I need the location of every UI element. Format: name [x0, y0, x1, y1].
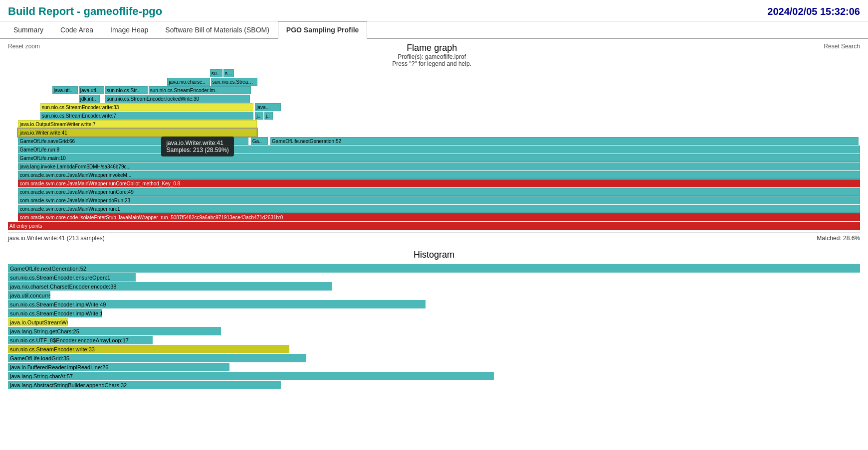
fg-block[interactable]: com.oracle.svm.core.JavaMainWrapper.doRu… — [18, 196, 860, 204]
hist-row-6[interactable]: java.io.OutputStreamWriter.write:7 — [8, 318, 860, 326]
hist-bar-8[interactable]: sun.nio.cs.UTF_8$Encoder.encodeArrayLoop… — [8, 336, 153, 344]
hist-row-12[interactable]: java.lang.String.charAt:57 — [8, 372, 860, 380]
hist-bar-2[interactable]: java.nio.charset.CharsetEncoder.encode:3… — [8, 282, 332, 291]
fg-block[interactable]: java.uti.. — [79, 86, 104, 94]
hist-bar-11[interactable]: java.io.BufferedReader.implReadLine:26 — [8, 363, 229, 371]
fg-block[interactable]: java.lang.invoke.LambdaForm$DMH/sa346b79… — [18, 162, 860, 170]
fg-row-18: com.oracle.svm.core.code.IsolateEnterStu… — [8, 213, 860, 221]
fg-block[interactable]: java.io.OutputStreamWriter.write:7 — [18, 120, 256, 128]
fg-row-14: com.oracle.svm.core.JavaMainWrapper.runC… — [8, 179, 860, 187]
flame-status-left: java.io.Writer.write:41 (213 samples) — [8, 235, 105, 242]
fg-row-6: sun.nio.cs.StreamEncoder.write:7 j.. j.. — [8, 112, 860, 120]
fg-block[interactable]: sun.nio.cs.StreamEncoder.lockedWrite:30 — [105, 95, 250, 103]
fg-block[interactable]: java... — [255, 103, 280, 111]
fg-row-4: jdk.int.. sun.nio.cs.StreamEncoder.locke… — [8, 95, 860, 103]
hist-row-8[interactable]: sun.nio.cs.UTF_8$Encoder.encodeArrayLoop… — [8, 336, 860, 344]
fg-block[interactable]: Ga.. — [251, 137, 268, 145]
hist-row-1[interactable]: sun.nio.cs.StreamEncoder.ensureOpen:1 — [8, 273, 860, 282]
header-datetime: 2024/02/05 15:32:06 — [767, 6, 860, 17]
reset-search-button[interactable]: Reset Search — [824, 43, 860, 50]
fg-row-9: GameOfLife.saveGrid:66 Ga.. GameOfLife.n… — [8, 137, 860, 145]
fg-block[interactable]: su.. — [223, 69, 233, 77]
fg-block[interactable]: java.uti.. — [52, 86, 78, 94]
fg-row-12: java.lang.invoke.LambdaForm$DMH/sa346b79… — [8, 162, 860, 170]
hist-bar-0[interactable]: GameOfLife.nextGeneration:52 — [8, 264, 860, 273]
fg-row-7: java.io.OutputStreamWriter.write:7 — [8, 120, 860, 128]
histogram-rows: GameOfLife.nextGeneration:52sun.nio.cs.S… — [8, 264, 860, 389]
fg-block[interactable]: GameOfLife.nextGeneration:52 — [270, 137, 859, 145]
fg-row-19: All entry points — [8, 222, 860, 230]
fg-block[interactable]: sun.nio.cs.StreamEncoder.im.. — [149, 86, 251, 94]
fg-row-1: su.. su.. — [8, 69, 860, 77]
page-title: Build Report - gameoflife-pgo — [8, 5, 162, 18]
fg-block[interactable]: GameOfLife.run:8 — [18, 146, 860, 153]
flame-status-right: Matched: 28.6% — [817, 235, 860, 242]
fg-row-8: java.io.Writer.write:41 java.io.Writer.w… — [8, 129, 860, 137]
hist-bar-10[interactable]: GameOfLife.loadGrid:35 — [8, 354, 306, 362]
hist-bar-13[interactable]: java.lang.AbstractStringBuilder.appendCh… — [8, 381, 281, 389]
fg-block[interactable]: j.. — [264, 112, 273, 120]
flame-help: Press "?" for legend and help. — [40, 60, 824, 67]
hist-bar-12[interactable]: java.lang.String.charAt:57 — [8, 372, 494, 380]
fg-row-13: com.oracle.svm.core.JavaMainWrapper.invo… — [8, 171, 860, 179]
hist-row-11[interactable]: java.io.BufferedReader.implReadLine:26 — [8, 363, 860, 371]
fg-row-3: java.uti.. java.uti.. sun.nio.cs.Str.. s… — [8, 86, 860, 94]
hist-row-5[interactable]: sun.nio.cs.StreamEncoder.implWrite:11 — [8, 309, 860, 317]
fg-block-writer[interactable]: java.io.Writer.write:41 — [18, 129, 256, 137]
flame-title: Flame graph — [40, 43, 824, 53]
hist-row-10[interactable]: GameOfLife.loadGrid:35 — [8, 354, 860, 362]
tab-code-area[interactable]: Code Area — [52, 21, 102, 39]
hist-bar-7[interactable]: java.lang.String.getChars:25 — [8, 327, 221, 335]
page-header: Build Report - gameoflife-pgo 2024/02/05… — [0, 0, 868, 21]
fg-block[interactable]: com.oracle.svm.core.JavaMainWrapper.runC… — [18, 188, 860, 196]
fg-block[interactable]: sun.nio.cs.StreamEnc.. — [211, 78, 258, 86]
fg-block[interactable]: java.nio.charse.. — [167, 78, 210, 86]
fg-block[interactable]: j.. — [255, 112, 263, 120]
fg-block[interactable]: com.oracle.svm.core.JavaMainWrapper.runC… — [18, 179, 860, 187]
fg-row-2: java.nio.charse.. sun.nio.cs.StreamEnc.. — [8, 78, 860, 86]
tab-image-heap[interactable]: Image Heap — [102, 21, 157, 39]
tab-summary[interactable]: Summary — [5, 21, 52, 39]
fg-block[interactable]: sun.nio.cs.StreamEncoder.write:33 — [40, 103, 253, 111]
fg-block[interactable]: GameOfLife.saveGrid:66 — [18, 137, 248, 145]
hist-row-9[interactable]: sun.nio.cs.StreamEncoder.write:33 — [8, 345, 860, 353]
flame-graph[interactable]: su.. su.. java.nio.charse.. sun.nio.cs.S… — [8, 69, 860, 230]
fg-block[interactable]: com.oracle.svm.core.JavaMainWrapper.invo… — [18, 171, 860, 179]
fg-block[interactable]: sun.nio.cs.StreamEncoder.write:7 — [40, 112, 253, 120]
histogram-section: Histogram GameOfLife.nextGeneration:52su… — [8, 250, 860, 389]
fg-row-16: com.oracle.svm.core.JavaMainWrapper.doRu… — [8, 196, 860, 204]
fg-block[interactable]: GameOfLife.main:10 — [18, 154, 860, 162]
hist-row-2[interactable]: java.nio.charset.CharsetEncoder.encode:3… — [8, 282, 860, 291]
hist-row-13[interactable]: java.lang.AbstractStringBuilder.appendCh… — [8, 381, 860, 389]
fg-block[interactable]: sun.nio.cs.Str.. — [105, 86, 148, 94]
hist-bar-5[interactable]: sun.nio.cs.StreamEncoder.implWrite:11 — [8, 309, 102, 317]
hist-bar-6[interactable]: java.io.OutputStreamWriter.write:7 — [8, 318, 68, 326]
fg-block[interactable]: com.oracle.svm.core.code.IsolateEnterStu… — [18, 213, 860, 221]
flame-section: Reset zoom Flame graph Profile(s): gameo… — [8, 43, 860, 244]
hist-row-7[interactable]: java.lang.String.getChars:25 — [8, 327, 860, 335]
hist-row-4[interactable]: sun.nio.cs.StreamEncoder.implWrite:49 — [8, 300, 860, 308]
tab-sbom[interactable]: Software Bill of Materials (SBOM) — [157, 21, 278, 39]
fg-block[interactable]: su.. — [210, 69, 223, 77]
histogram-title: Histogram — [8, 250, 860, 260]
hist-bar-9[interactable]: sun.nio.cs.StreamEncoder.write:33 — [8, 345, 289, 353]
fg-row-5: sun.nio.cs.StreamEncoder.write:33 java..… — [8, 103, 860, 111]
title-prefix: Build Report - — [8, 5, 84, 17]
flame-controls: Reset zoom Flame graph Profile(s): gameo… — [8, 43, 860, 67]
hist-bar-4[interactable]: sun.nio.cs.StreamEncoder.implWrite:49 — [8, 300, 426, 308]
hist-bar-3[interactable]: java.util.concurrent.locks.AbstractQueue… — [8, 291, 50, 300]
fg-block[interactable]: com.oracle.svm.core.JavaMainWrapper.run:… — [18, 205, 860, 213]
tab-pgo-sampling[interactable]: PGO Sampling Profile — [278, 21, 367, 39]
flame-status-bar: java.io.Writer.write:41 (213 samples) Ma… — [8, 232, 860, 244]
fg-row-11: GameOfLife.main:10 — [8, 154, 860, 162]
flame-title-block: Flame graph Profile(s): gameoflife.iprof… — [40, 43, 824, 67]
title-project: gameoflife-pgo — [84, 5, 163, 17]
fg-block-all-entries[interactable]: All entry points — [8, 222, 860, 230]
fg-row-15: com.oracle.svm.core.JavaMainWrapper.runC… — [8, 188, 860, 196]
fg-block[interactable]: jdk.int.. — [79, 95, 100, 103]
hist-row-0[interactable]: GameOfLife.nextGeneration:52 — [8, 264, 860, 273]
reset-zoom-button[interactable]: Reset zoom — [8, 43, 40, 50]
hist-bar-1[interactable]: sun.nio.cs.StreamEncoder.ensureOpen:1 — [8, 273, 136, 282]
fg-row-10: GameOfLife.run:8 — [8, 146, 860, 153]
hist-row-3[interactable]: java.util.concurrent.locks.AbstractQueue… — [8, 291, 860, 300]
